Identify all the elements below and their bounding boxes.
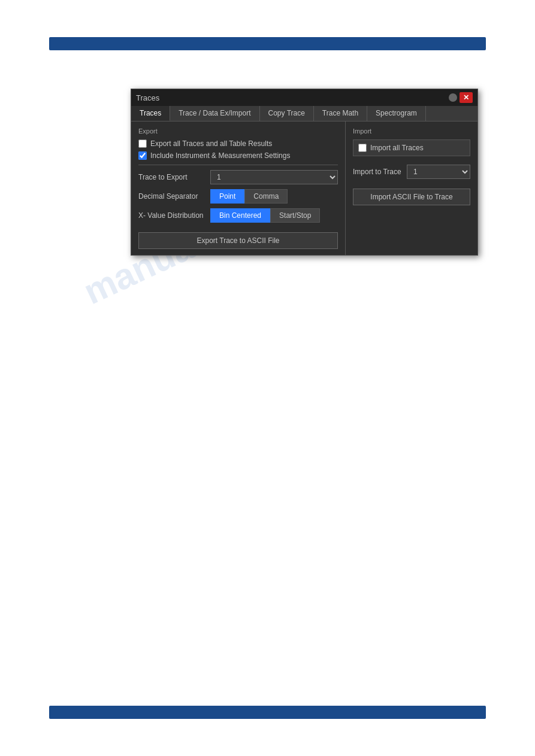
export-section-label: Export	[138, 127, 338, 135]
x-value-distribution-label: X- Value Distribution	[138, 211, 210, 220]
titlebar-controls: ✕	[449, 92, 473, 103]
tab-trace-data-ex-import[interactable]: Trace / Data Ex/Import	[170, 106, 259, 121]
import-all-traces-label: Import all Traces	[370, 144, 424, 152]
export-all-traces-label: Export all Traces and all Table Results	[150, 139, 272, 148]
include-instrument-label: Include Instrument & Measurement Setting…	[150, 151, 290, 160]
dialog-title: Traces	[136, 93, 159, 102]
decimal-separator-row: Decimal Separator Point Comma	[138, 189, 338, 204]
tabs-bar: Traces Trace / Data Ex/Import Copy Trace…	[131, 106, 477, 122]
import-ascii-button[interactable]: Import ASCII File to Trace	[353, 189, 470, 205]
separator-1	[138, 165, 338, 165]
dialog-content: Export Export all Traces and all Table R…	[131, 122, 477, 255]
export-all-traces-row: Export all Traces and all Table Results	[138, 139, 338, 148]
decimal-separator-label: Decimal Separator	[138, 192, 210, 201]
export-panel: Export Export all Traces and all Table R…	[131, 122, 346, 255]
import-panel: Import Import all Traces Import to Trace…	[346, 122, 477, 255]
x-value-distribution-group: Bin Centered Start/Stop	[210, 208, 320, 223]
tab-copy-trace[interactable]: Copy Trace	[260, 106, 314, 121]
trace-to-export-row: Trace to Export 1 2 3 4	[138, 170, 338, 184]
tab-spectrogram[interactable]: Spectrogram	[367, 106, 426, 121]
bin-centered-button[interactable]: Bin Centered	[210, 208, 270, 223]
import-section-label: Import	[353, 127, 470, 135]
import-all-traces-checkbox[interactable]	[358, 144, 367, 152]
tab-trace-math[interactable]: Trace Math	[314, 106, 367, 121]
import-to-trace-label: Import to Trace	[353, 168, 407, 176]
dialog-titlebar: Traces ✕	[131, 89, 477, 106]
traces-dialog: Traces ✕ Traces Trace / Data Ex/Import C…	[131, 89, 478, 256]
import-to-trace-select[interactable]: 1 2 3 4	[407, 165, 470, 179]
x-value-distribution-row: X- Value Distribution Bin Centered Start…	[138, 208, 338, 223]
trace-to-export-select[interactable]: 1 2 3 4	[210, 170, 338, 184]
close-button[interactable]: ✕	[460, 92, 473, 103]
bottom-bar	[49, 706, 486, 719]
tab-spacer	[426, 106, 477, 121]
export-ascii-button[interactable]: Export Trace to ASCII File	[138, 232, 338, 249]
include-instrument-checkbox[interactable]	[138, 151, 147, 160]
start-stop-button[interactable]: Start/Stop	[270, 208, 320, 223]
tab-traces[interactable]: Traces	[131, 106, 170, 121]
comma-button[interactable]: Comma	[244, 189, 288, 204]
decimal-separator-group: Point Comma	[210, 189, 288, 204]
point-button[interactable]: Point	[210, 189, 244, 204]
include-instrument-row: Include Instrument & Measurement Setting…	[138, 151, 338, 160]
import-all-traces-row: Import all Traces	[353, 139, 470, 156]
minimize-button[interactable]	[449, 93, 457, 102]
export-all-traces-checkbox[interactable]	[138, 139, 147, 148]
import-to-trace-row: Import to Trace 1 2 3 4	[353, 165, 470, 179]
trace-to-export-label: Trace to Export	[138, 173, 210, 181]
top-bar	[49, 37, 486, 50]
